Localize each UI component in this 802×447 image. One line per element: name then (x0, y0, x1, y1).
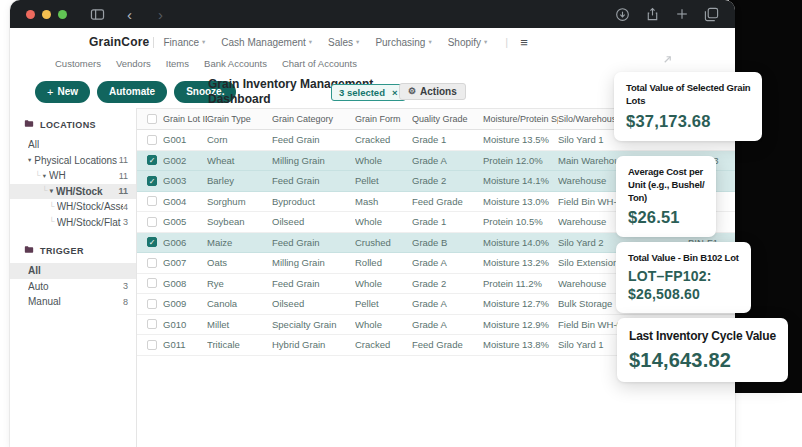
chevron-down-icon: ▾ (309, 39, 312, 46)
tree-line: └ (35, 172, 41, 180)
expand-icon[interactable] (662, 51, 673, 69)
tree-line: └ (42, 187, 48, 195)
sidebar-toggle-icon[interactable] (90, 8, 105, 21)
column-header-moisture-protein-spec[interactable]: Moisture/Protein Spec (483, 114, 558, 124)
column-header-grain-category[interactable]: Grain Category (272, 114, 355, 124)
sidebar-item-manual[interactable]: Manual8 (10, 294, 136, 310)
sidebar-item-physical-locations[interactable]: ▾Physical Locations11 (10, 153, 136, 169)
new-button[interactable]: + New (35, 81, 90, 103)
sidebar-item-all[interactable]: All (10, 263, 136, 279)
sidebar-item-all[interactable]: All (10, 137, 136, 153)
sidebar-item-wh-stock-flat-p[interactable]: └WH/Stock/Flat P...3 (10, 215, 136, 231)
column-header-grain-lot-id[interactable]: Grain Lot ID (163, 114, 207, 124)
row-checkbox[interactable] (147, 258, 157, 268)
cell-type: Wheat (207, 155, 272, 166)
cell-type: Oats (207, 257, 272, 268)
sidebar-item-label: Manual (28, 296, 61, 307)
subnav-link-vendors[interactable]: Vendors (116, 58, 151, 69)
row-checkbox[interactable] (147, 196, 157, 206)
back-icon[interactable]: ‹ (127, 7, 132, 22)
sidebar-item-count: 4 (123, 202, 128, 212)
subnav-link-chart-of-accounts[interactable]: Chart of Accounts (282, 58, 357, 69)
cell-spec: Moisture 13.8% (483, 339, 558, 350)
close-window-button[interactable] (26, 10, 35, 19)
column-header-grain-form[interactable]: Grain Form (355, 114, 412, 124)
sidebar-item-count: 11 (119, 171, 128, 181)
sidebar-item-wh-stock-asse[interactable]: └WH/Stock/Asse...4 (10, 199, 136, 215)
tabs-overview-icon[interactable] (704, 7, 719, 22)
automate-button[interactable]: Automate (97, 81, 167, 103)
cell-type: Corn (207, 134, 272, 145)
column-header-quality-grade[interactable]: Quality Grade (412, 114, 483, 124)
cell-category: Hybrid Grain (272, 339, 355, 350)
subnav-link-bank-accounts[interactable]: Bank Accounts (204, 58, 267, 69)
cell-category: Milling Grain (272, 155, 355, 166)
row-checkbox[interactable] (147, 340, 157, 350)
subnav-link-customers[interactable]: Customers (55, 58, 101, 69)
kpi-card-title: Lots (626, 95, 750, 108)
nav-menu-shopify[interactable]: Shopify▾ (448, 37, 488, 48)
cell-id: G008 (163, 278, 207, 289)
column-header-grain-type[interactable]: Grain Type (207, 114, 272, 124)
sidebar-item-auto[interactable]: Auto3 (10, 279, 136, 295)
tree-line: └ (49, 203, 55, 211)
row-checkbox[interactable] (147, 135, 157, 145)
cell-grade: Feed Grade (412, 339, 483, 350)
cell-type: Sorghum (207, 196, 272, 207)
minimize-window-button[interactable] (42, 10, 51, 19)
nav-menu-cash-management[interactable]: Cash Management▾ (221, 37, 312, 48)
nav-menu-label: Sales (328, 37, 353, 48)
sidebar-section-label: TRIGGER (40, 246, 84, 256)
gear-icon: ⚙ (408, 87, 416, 96)
nav-menu-purchasing[interactable]: Purchasing▾ (375, 37, 431, 48)
clear-selection-icon[interactable]: × (392, 87, 398, 98)
row-checkbox[interactable]: ✓ (147, 237, 157, 247)
automate-button-label: Automate (109, 86, 155, 97)
actions-button[interactable]: ⚙ Actions (399, 83, 466, 100)
cell-category: Feed Grain (272, 278, 355, 289)
cell-grade: Grade B (412, 237, 483, 248)
row-checkbox[interactable] (147, 278, 157, 288)
nav-menu-finance[interactable]: Finance▾ (163, 37, 205, 48)
sidebar-item-wh[interactable]: └▾WH11 (10, 168, 136, 184)
row-checkbox[interactable] (147, 217, 157, 227)
cell-category: Feed Grain (272, 134, 355, 145)
chevron-down-icon: ▾ (28, 156, 31, 164)
menu-divider: | (505, 36, 508, 48)
row-checkbox[interactable] (147, 299, 157, 309)
sidebar-item-label: WH/Stock/Flat P... (57, 217, 123, 228)
cell-grade: Grade 2 (412, 278, 483, 289)
share-icon[interactable] (645, 7, 660, 22)
sidebar-section-trigger: TRIGGER (10, 245, 136, 256)
select-all-checkbox[interactable] (147, 114, 157, 124)
download-icon[interactable] (615, 7, 630, 22)
new-tab-icon[interactable] (675, 7, 689, 21)
row-checkbox[interactable]: ✓ (147, 176, 157, 186)
hamburger-menu-icon[interactable]: ≡ (520, 35, 527, 50)
sidebar-item-label: Physical Locations (34, 155, 117, 166)
sidebar-item-count: 11 (119, 155, 128, 165)
cell-form: Pellet (355, 298, 412, 309)
window-titlebar: ‹ › (10, 0, 735, 28)
cell-grade: Grade A (412, 155, 483, 166)
cell-id: G007 (163, 257, 207, 268)
zoom-window-button[interactable] (58, 10, 67, 19)
cell-grade: Grade 1 (412, 216, 483, 227)
row-checkbox[interactable] (147, 319, 157, 329)
cell-spec: Moisture 13.0% (483, 196, 558, 207)
subnav-link-items[interactable]: Items (166, 58, 189, 69)
forward-icon[interactable]: › (158, 7, 163, 22)
app-logo[interactable]: GrainCore (89, 35, 149, 49)
row-checkbox[interactable]: ✓ (147, 155, 157, 165)
cell-grade: Feed Grade (412, 196, 483, 207)
nav-menu-sales[interactable]: Sales▾ (328, 37, 359, 48)
kpi-card-value: LOT–FP102: (628, 267, 739, 285)
sidebar-item-wh-stock[interactable]: └▾WH/Stock11 (10, 184, 136, 200)
kpi-card-title: Average Cost per (628, 166, 704, 179)
cell-form: Cracked (355, 134, 412, 145)
cell-spec: Moisture 14.0% (483, 237, 558, 248)
cell-id: G011 (163, 339, 207, 350)
cell-spec: Protein 12.0% (483, 155, 558, 166)
chevron-down-icon: ▾ (50, 187, 53, 195)
cell-spec: Moisture 12.7% (483, 298, 558, 309)
